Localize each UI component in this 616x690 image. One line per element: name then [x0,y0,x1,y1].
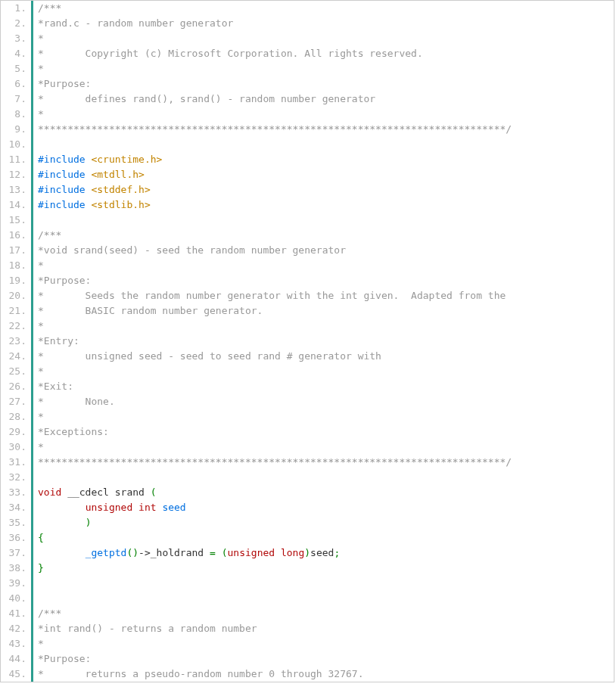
code-content[interactable]: *Purpose: [33,273,91,288]
code-content[interactable]: * returns a pseudo-random number 0 throu… [33,667,363,682]
line-number: 5 [1,61,31,76]
code-line: 9***************************************… [1,122,614,137]
code-line: 30* [1,440,614,455]
code-line: 23*Entry: [1,334,614,349]
code-content[interactable]: *Entry: [33,334,79,349]
code-content[interactable]: * [33,31,44,46]
code-line: 38} [1,561,614,576]
code-content[interactable]: *int rand() - returns a random number [33,621,257,636]
code-content[interactable] [33,591,44,606]
code-content[interactable]: #include <stdlib.h> [33,197,151,213]
code-content[interactable]: *Exit: [33,379,73,394]
line-number: 45 [1,667,31,682]
code-content[interactable]: *Purpose: [33,76,91,92]
code-line: 36{ [1,530,614,545]
code-content[interactable] [33,470,44,485]
code-content[interactable]: * None. [33,394,115,409]
code-content[interactable]: ) [33,515,91,530]
line-number: 14 [1,197,31,213]
line-number: 41 [1,606,31,621]
line-number: 9 [1,122,31,137]
line-number: 21 [1,303,31,319]
code-content[interactable]: /*** [33,606,61,621]
code-content[interactable]: unsigned int seed [33,500,186,515]
code-line: 16/*** [1,228,614,243]
code-line: 4* Copyright (c) Microsoft Corporation. … [1,46,614,61]
line-number: 24 [1,349,31,364]
code-line: 39 [1,576,614,591]
code-content[interactable]: * [33,409,44,424]
code-content[interactable]: * BASIC random number generator. [33,303,263,319]
code-line: 35 ) [1,515,614,530]
code-content[interactable]: * [33,319,44,334]
line-number: 30 [1,440,31,455]
code-line: 24* unsigned seed - seed to seed rand # … [1,349,614,364]
code-content[interactable]: /*** [33,1,61,16]
code-content[interactable]: #include <mtdll.h> [33,167,145,182]
code-content[interactable]: * [33,61,44,76]
line-number: 34 [1,500,31,515]
code-content[interactable]: *Exceptions: [33,424,109,440]
line-number: 1 [1,1,31,16]
line-number: 35 [1,515,31,530]
code-content[interactable] [33,576,44,591]
code-content[interactable]: * [33,636,44,651]
code-content[interactable]: void __cdecl srand ( [33,485,157,500]
code-content[interactable]: ****************************************… [33,455,512,470]
code-line: 27* None. [1,394,614,409]
code-content[interactable]: *rand.c - random number generator [33,16,233,31]
code-line: 19*Purpose: [1,273,614,288]
line-number: 2 [1,16,31,31]
code-content[interactable]: * Copyright (c) Microsoft Corporation. A… [33,46,423,61]
line-number: 28 [1,409,31,424]
line-number: 11 [1,152,31,167]
code-content[interactable]: ****************************************… [33,122,512,137]
code-line: 37 _getptd()->_holdrand = (unsigned long… [1,545,614,561]
code-line: 32 [1,470,614,485]
code-line: 29*Exceptions: [1,424,614,440]
line-number: 13 [1,182,31,197]
code-line: 1/*** [1,1,614,16]
code-content[interactable]: * [33,440,44,455]
code-line: 6*Purpose: [1,76,614,92]
line-number: 38 [1,561,31,576]
code-line: 3* [1,31,614,46]
code-content[interactable]: * defines rand(), srand() - random numbe… [33,92,375,107]
code-content[interactable]: /*** [33,228,61,243]
code-line: 14#include <stdlib.h> [1,197,614,213]
line-number: 19 [1,273,31,288]
line-number: 18 [1,258,31,273]
code-content[interactable]: _getptd()->_holdrand = (unsigned long)se… [33,545,340,561]
code-line: 10 [1,137,614,152]
code-content[interactable]: { [33,530,44,545]
code-content[interactable]: #include <cruntime.h> [33,152,162,167]
line-number: 20 [1,288,31,303]
code-content[interactable]: } [33,561,44,576]
code-line: 7* defines rand(), srand() - random numb… [1,92,614,107]
code-line: 33void __cdecl srand ( [1,485,614,500]
line-number: 3 [1,31,31,46]
line-number: 6 [1,76,31,92]
code-line: 41/*** [1,606,614,621]
code-line: 43* [1,636,614,651]
code-content[interactable]: * Seeds the random number generator with… [33,288,506,303]
code-line: 21* BASIC random number generator. [1,303,614,319]
code-content[interactable]: * unsigned seed - seed to seed rand # ge… [33,349,381,364]
code-content[interactable]: * [33,107,44,122]
code-content[interactable]: #include <stddef.h> [33,182,151,197]
code-content[interactable]: * [33,258,44,273]
code-line: 8* [1,107,614,122]
code-line: 25* [1,364,614,379]
line-number: 31 [1,455,31,470]
code-content[interactable] [33,213,44,228]
code-content[interactable]: * [33,364,44,379]
code-content[interactable] [33,137,44,152]
code-line: 5* [1,61,614,76]
code-content[interactable]: *Purpose: [33,651,91,667]
line-number: 43 [1,636,31,651]
line-number: 17 [1,243,31,258]
code-line: 28* [1,409,614,424]
code-content[interactable]: *void srand(seed) - seed the random numb… [33,243,346,258]
line-number: 25 [1,364,31,379]
code-line: 20* Seeds the random number generator wi… [1,288,614,303]
